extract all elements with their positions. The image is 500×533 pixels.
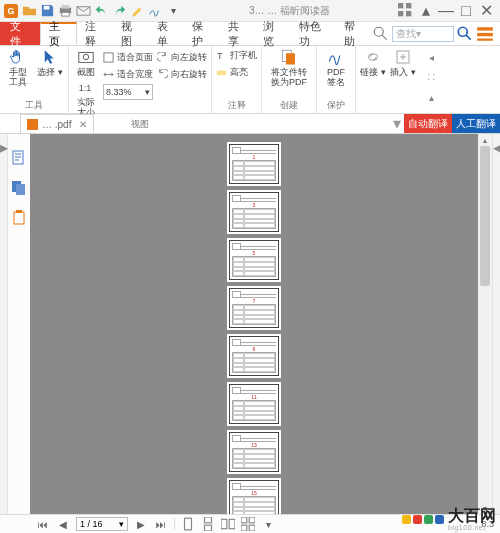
view-single-icon[interactable]	[181, 517, 195, 531]
view-facing-icon[interactable]	[221, 517, 235, 531]
insert-tool[interactable]: 插入 ▾	[390, 48, 416, 77]
zoom-selector[interactable]: 8.33%▾	[103, 84, 153, 99]
rotateright-label: 向右旋转	[171, 68, 207, 81]
group-protect-title: 保护	[321, 98, 351, 113]
svg-rect-35	[241, 525, 247, 531]
save-icon[interactable]	[40, 3, 55, 18]
last-page-button[interactable]: ⏭	[154, 517, 168, 531]
pdf-icon	[27, 119, 38, 130]
insert-icon	[394, 48, 412, 66]
rotate-right[interactable]: 向右旋转	[157, 67, 207, 82]
group-tools-title: 工具	[4, 98, 64, 113]
page-thumb[interactable]: 3	[229, 192, 279, 232]
page-thumb[interactable]: 15	[229, 480, 279, 514]
wc-collapse-icon[interactable]: ▴	[418, 4, 434, 18]
ribbon-help-icon[interactable]: ⸬	[423, 69, 439, 85]
svg-rect-5	[398, 3, 403, 8]
advanced-search-icon[interactable]	[476, 25, 494, 43]
view-more-icon[interactable]: ▾	[261, 517, 275, 531]
page-canvas[interactable]: 13579111315	[30, 134, 478, 514]
scroll-thumb[interactable]	[480, 146, 490, 286]
page-thumb[interactable]: 11	[229, 384, 279, 424]
fit-page[interactable]: 适合页面	[103, 50, 153, 65]
svg-rect-11	[477, 27, 493, 30]
mail-icon[interactable]	[76, 3, 91, 18]
group-comment: T打字机 高亮 注释	[212, 46, 262, 113]
right-collapse-handle[interactable]: ◂	[492, 134, 500, 514]
search-icon[interactable]	[372, 25, 390, 43]
tab-baohu[interactable]: 保护	[184, 22, 220, 45]
wc-grid-icon[interactable]	[398, 4, 414, 18]
doc-tab[interactable]: … .pdf ✕	[20, 114, 94, 133]
pages-list: 13579111315	[229, 144, 279, 514]
tab-zhuye[interactable]: 主页	[40, 22, 78, 45]
ribbon-expand-icon[interactable]: ▴	[423, 89, 439, 105]
clipboard-icon[interactable]	[11, 210, 27, 226]
search-go-icon[interactable]	[456, 25, 474, 43]
pages-panel-icon[interactable]	[11, 180, 27, 196]
convert-to-pdf[interactable]: 将文件转 换为PDF	[266, 48, 312, 87]
open-icon[interactable]	[22, 3, 37, 18]
highlight-tool[interactable]: 高亮	[216, 65, 248, 80]
sidebar-tools	[8, 134, 30, 514]
group-tools: 手型 工具 选择 ▾ 工具	[0, 46, 69, 113]
close-icon[interactable]: ✕	[79, 119, 87, 130]
page-thumb[interactable]: 7	[229, 288, 279, 328]
redo-icon[interactable]	[112, 3, 127, 18]
page-thumb[interactable]: 13	[229, 432, 279, 472]
tab-gongxiang[interactable]: 共享	[220, 22, 256, 45]
rotate-left[interactable]: 向左旋转	[157, 50, 207, 65]
file-tab[interactable]: 文件	[0, 22, 40, 45]
svg-rect-31	[221, 519, 227, 528]
vertical-scrollbar[interactable]: ▴ ▾	[478, 134, 492, 514]
tab-biaodan[interactable]: 表单	[149, 22, 185, 45]
page-thumb[interactable]: 9	[229, 336, 279, 376]
prev-page-button[interactable]: ◀	[56, 517, 70, 531]
first-page-button[interactable]: ⏮	[36, 517, 50, 531]
wc-maximize-icon[interactable]: □	[458, 4, 474, 18]
scroll-up-icon[interactable]: ▴	[478, 134, 492, 146]
link-label: 链接	[360, 67, 378, 77]
page-thumb[interactable]: 5	[229, 240, 279, 280]
manual-translate-button[interactable]: 人工翻译	[452, 114, 500, 133]
typewriter-tool[interactable]: T打字机	[216, 48, 257, 63]
hand-tool[interactable]: 手型 工具	[4, 48, 32, 87]
select-tool[interactable]: 选择 ▾	[36, 48, 64, 77]
undo-icon[interactable]	[94, 3, 109, 18]
tab-shitu[interactable]: 视图	[113, 22, 149, 45]
svg-text:T: T	[217, 51, 223, 61]
tab-zhushi[interactable]: 注释	[77, 22, 113, 45]
wc-minimize-icon[interactable]: —	[438, 4, 454, 18]
tab-bangzhu[interactable]: 帮助	[336, 22, 372, 45]
link-tool[interactable]: 链接 ▾	[360, 48, 386, 77]
pdf-sign[interactable]: PDF 签名	[321, 48, 351, 87]
main-area: ▸ 13579111315 ▴ ▾ ◂	[0, 134, 500, 514]
sign-qa-icon[interactable]	[148, 3, 163, 18]
left-collapse-handle[interactable]: ▸	[0, 134, 8, 514]
view-cont-icon[interactable]	[201, 517, 215, 531]
highlight-qa-icon[interactable]	[130, 3, 145, 18]
actual-size-tool[interactable]: 1:1 实际 大小	[73, 78, 99, 117]
view-contfacing-icon[interactable]	[241, 517, 255, 531]
group-create-title: 创建	[266, 98, 312, 113]
snapshot-tool[interactable]: 截图	[73, 48, 99, 77]
page-input[interactable]: 1 / 16▾	[76, 517, 128, 531]
more-qa-icon[interactable]: ▾	[166, 3, 181, 18]
tab-tesegn[interactable]: 特色功	[291, 22, 336, 45]
next-page-button[interactable]: ▶	[134, 517, 148, 531]
scroll-down-icon[interactable]: ▾	[478, 502, 492, 514]
zoom-display: 8.3	[481, 519, 494, 529]
auto-translate-button[interactable]: 自动翻译	[404, 114, 452, 133]
page-thumb[interactable]: 1	[229, 144, 279, 184]
fit-width[interactable]: 适合宽度	[103, 67, 153, 82]
rotateleft-label: 向左旋转	[171, 51, 207, 64]
svg-rect-8	[406, 11, 411, 16]
doc-tabs-dropdown[interactable]: ▾	[390, 114, 404, 133]
tab-liulan[interactable]: 浏览	[255, 22, 291, 45]
search-input[interactable]: 查找▾	[392, 26, 454, 42]
wc-close-icon[interactable]: ✕	[478, 4, 494, 18]
ribbon-collapse-icon[interactable]: ◂	[423, 49, 439, 65]
print-icon[interactable]	[58, 3, 73, 18]
bookmark-icon[interactable]	[11, 150, 27, 166]
select-label: 选择	[37, 67, 55, 77]
